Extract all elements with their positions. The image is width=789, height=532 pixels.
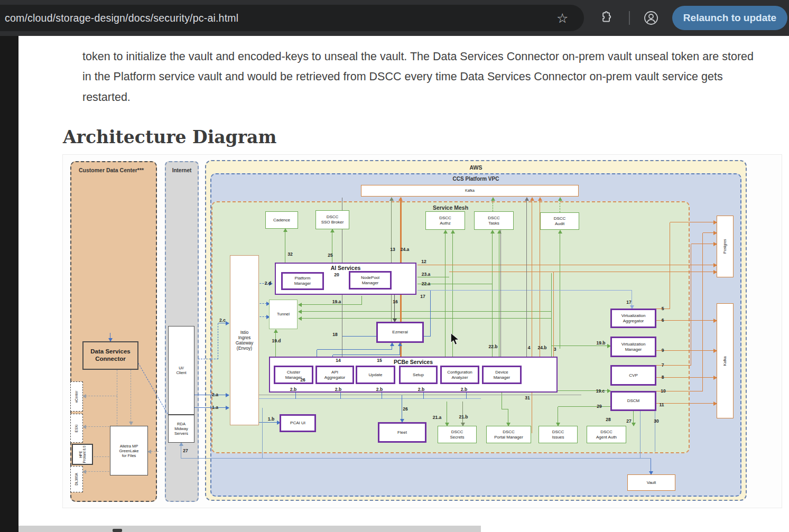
connector-line (417, 290, 632, 291)
connector-line (262, 408, 263, 459)
edge-label: 2.b (418, 387, 424, 392)
vcenter-label: vCenter (75, 390, 79, 403)
connector-line (558, 406, 610, 407)
profile-icon[interactable] (643, 10, 659, 28)
edge-label: 6 (662, 318, 664, 323)
connector-line (656, 320, 717, 321)
setup: Setup (399, 366, 438, 384)
arrowhead (390, 342, 394, 346)
tunnel-label: Tunnel (277, 312, 290, 317)
esxi: ESXi (70, 414, 83, 443)
edge-label: 5 (662, 306, 664, 311)
connector-line (417, 277, 449, 277)
connector-line (532, 198, 532, 433)
connector-line (640, 411, 641, 459)
api-aggregator-label: API Aggregator (324, 370, 346, 380)
edge-label: 28 (606, 417, 610, 422)
connector-line (499, 230, 499, 357)
edge-label: 2.b (335, 387, 341, 392)
edge-label: 10 (661, 388, 665, 394)
virtualization-aggregator-label: Virtualization Aggregator (621, 313, 646, 323)
connector-line (317, 350, 317, 357)
connector-line (417, 265, 717, 265)
data-services-connector-label: Data Services Connector (90, 348, 130, 363)
edge-label: 1.a (212, 405, 218, 410)
edge-label: 27 (183, 448, 188, 453)
tunnel: Tunnel (269, 300, 298, 329)
data-services-connector: Data Services Connector (82, 341, 138, 370)
dl380a: DL380A (70, 466, 83, 492)
dscc-issues: DSCC Issues (539, 426, 578, 443)
connector-line (317, 349, 392, 350)
postgres: Postgres (717, 216, 734, 277)
kafka-top: Kafka (361, 185, 579, 197)
edge-label: 17 (626, 300, 631, 305)
connector-line (526, 198, 527, 357)
arrowhead (147, 450, 151, 454)
extensions-puzzle-icon[interactable] (599, 11, 612, 26)
cadence: Cadence (265, 211, 298, 229)
bookmark-star-icon[interactable]: ☆ (556, 11, 568, 26)
edge-label: 11 (660, 402, 664, 407)
connector-line (449, 272, 717, 272)
url-text[interactable]: com/cloud/storage-design/docs/security/p… (5, 12, 238, 24)
arrowhead (330, 229, 335, 232)
vault-label: Vault (647, 480, 656, 486)
connector-line (670, 222, 670, 309)
edge-label: 29 (597, 404, 601, 409)
page-title: Architecture Diagram (63, 127, 276, 147)
arrowhead (632, 423, 636, 426)
browser-toolbar: com/cloud/storage-design/docs/security/p… (0, 0, 789, 36)
edge-label: 22.a (422, 281, 431, 286)
edge-label: 13 (390, 247, 395, 252)
edge-label: 23.a (422, 272, 431, 277)
edge-label: 9 (662, 348, 664, 353)
configuration-analyzer-label: Configuration Analyzer (447, 370, 472, 380)
edge-label: 2.a (212, 392, 218, 397)
screen: com/cloud/storage-design/docs/security/p… (0, 0, 789, 532)
edge-label: 18 (332, 332, 337, 337)
dscc-sso-broker-label: DSCC SSO Broker (321, 214, 344, 225)
edge-label: 2.b (290, 387, 296, 392)
dscc-secrets: DSCC Secrets (438, 426, 477, 443)
ezmeral: Ezmeral (376, 322, 424, 343)
virtualization-aggregator: Virtualization Aggregator (610, 309, 656, 328)
edge-label: 25 (328, 253, 332, 258)
rda-midway-servers-label: RDA Midway Servers (174, 422, 188, 436)
postgres-label: Postgres (723, 239, 727, 254)
connector-line (492, 230, 493, 357)
connector-line (500, 211, 501, 357)
kafka-top-label: Kafka (465, 189, 475, 193)
ai-services-label: AI Services (331, 265, 361, 272)
edge-label: 2.b (461, 387, 467, 392)
region-label: Internet (166, 167, 198, 173)
relaunch-button[interactable]: Relaunch to update (672, 6, 787, 30)
address-bar[interactable]: com/cloud/storage-design/docs/security/p… (0, 5, 584, 31)
doc-paragraph: token to initialize the vault and encode… (82, 46, 756, 108)
hpe-proliant: HPE Proliant 8.0 (72, 444, 93, 465)
arrowhead (82, 470, 86, 474)
arrowhead (525, 197, 529, 201)
rda-midway-servers: RDA Midway Servers (168, 415, 194, 443)
edge-label: 2.b (376, 387, 383, 392)
dscc-audit: DSCC Audit (540, 212, 579, 230)
connector-line (445, 230, 445, 357)
region-label: CCS Platform VPC (211, 176, 740, 182)
connector-line (299, 311, 552, 312)
pcai-ui: PCAI UI (280, 414, 316, 432)
connector-line (361, 296, 362, 305)
arrowhead (398, 342, 402, 346)
window-left-edge (0, 36, 18, 532)
edge-label: 3 (554, 347, 556, 352)
ui-client: UI/ Client (168, 326, 194, 415)
edge-label: 19.a (332, 299, 341, 304)
dscc-tasks: DSCC Tasks (474, 211, 514, 230)
arrowhead (530, 197, 534, 201)
pcbe-services-label: PCBe Services (394, 359, 433, 366)
dl380a-label: DL380A (75, 473, 79, 486)
edge-label: 2.c (219, 318, 226, 323)
cluster-manager-label: Cluster Manager (285, 370, 302, 380)
toolbar-divider (629, 11, 630, 25)
cvp-label: CVP (629, 373, 637, 378)
edge-label: 21.a (433, 415, 442, 420)
